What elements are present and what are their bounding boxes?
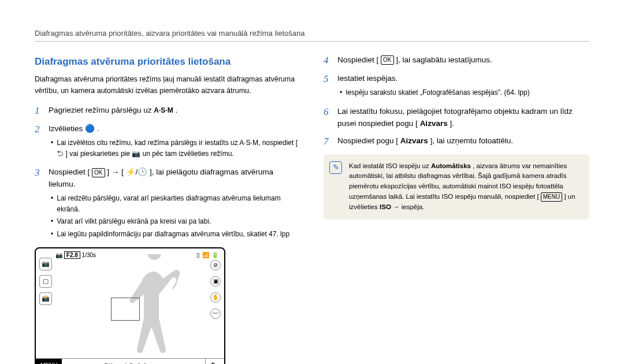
step6-bold: Aizvars [420, 119, 448, 128]
step-number: 1 [35, 105, 43, 117]
lcd-flash-off-icon: ⊘ [210, 260, 221, 270]
step6-text: Lai iestatītu fokusu, pielāgojiet fotogr… [337, 107, 573, 128]
step3-bullet: Lai redzētu pārslēgu, varat arī pieskart… [57, 193, 300, 214]
step-7: 7 Nospiediet pogu [ Aizvars ], lai uzņem… [324, 135, 589, 148]
menu-button-icon: MENU [541, 192, 562, 202]
lcd-fvalue: F2.8 [64, 251, 80, 259]
breadcrumb: Diafragmas atvēruma prioritātes, aizvara… [35, 29, 589, 42]
aperture-mode-icon: 🔵 [85, 123, 95, 135]
lcd-status-icons: ▯ 📶 🔋 [196, 251, 218, 260]
intro-text: Diafragmas atvēruma prioritātes režīms ļ… [35, 74, 300, 96]
info-note: ✎ Kad iestatāt ISO iespēju uz Automātisk… [324, 154, 589, 220]
step3-bullet: Varat arī vilkt pārslēgu ekrānā pa kreis… [57, 216, 211, 227]
bars-icon: 📶 [202, 251, 209, 260]
lcd-stabilizer-icon: ✋ [210, 292, 221, 303]
section-title: Diafragmas atvēruma prioritātes lietošan… [35, 54, 300, 69]
step5-text: Iestatiet iespējas. [337, 74, 398, 83]
step4-text: Nospiediet [ [337, 55, 378, 64]
aperture-indicator-icon: 📷 [55, 252, 62, 258]
mode-dial-icon: A·S·M [154, 105, 173, 116]
lcd-drive-icon: ▢ [39, 275, 52, 288]
battery-icon: 🔋 [211, 251, 218, 260]
lcd-metering-icon: ▣ [210, 276, 221, 287]
step5-bullet: Iespēju sarakstu skatiet „Fotografēšanas… [346, 87, 529, 98]
step-number: 2 [35, 123, 43, 161]
step-number: 7 [324, 135, 332, 148]
note-text: Kad iestatāt ISO iespēju uz [349, 162, 431, 169]
note-bold1: Automātisks [431, 162, 471, 169]
flash-timer-icon: ⚡/🕒 [126, 166, 148, 179]
step1-text-after: . [175, 106, 177, 114]
step-5: 5 Iestatiet iespējas. Iespēju sarakstu s… [324, 73, 589, 100]
step-1: 1 Pagrieziet režīmu pārslēgu uz A·S·M . [35, 105, 300, 117]
step2-text-after: . [97, 124, 99, 133]
lcd-menu-button: MENU [36, 359, 62, 364]
step-4: 4 Nospiediet [ OK ], lai saglabātu iesta… [324, 54, 589, 67]
step7-text: Nospiediet pogu [ [337, 136, 398, 145]
info-icon: ✎ [329, 161, 342, 174]
step-number: 3 [35, 166, 43, 241]
note-after: → iespēja. [393, 203, 424, 210]
right-column: 4 Nospiediet [ OK ], lai saglabātu iesta… [324, 54, 589, 364]
step-number: 6 [324, 106, 332, 130]
step3-text: Nospiediet [ [49, 168, 90, 176]
camera-lcd-preview: 📷 F2.8 1/30s ▯ 📶 🔋 📷 ▢ 📸 [35, 247, 225, 364]
step-number: 5 [324, 73, 332, 100]
lcd-fn-button: Fn [205, 359, 224, 364]
ok-button-icon: OK [381, 55, 393, 65]
step2-bullet: Lai izvēlētos citu režīmu, kad režīma pā… [57, 138, 300, 159]
step7-after: ], lai uzņemtu fotoattēlu. [430, 136, 513, 145]
ok-button-icon: OK [92, 168, 105, 177]
focus-frame-icon [111, 298, 140, 321]
step7-bold: Aizvars [400, 136, 428, 145]
memory-icon: ▯ [196, 251, 200, 260]
lcd-mode-icon: 📷 [39, 258, 52, 270]
step3-mid: ] → [ [107, 168, 124, 176]
left-column: Diafragmas atvēruma prioritātes lietošan… [35, 54, 300, 364]
step6-after: ]. [450, 119, 454, 128]
note-bold2: ISO [380, 203, 391, 210]
lcd-caption: OK: mainīt diafragmu [62, 359, 205, 364]
step-number: 4 [324, 54, 332, 67]
lcd-shutter: 1/30s [82, 252, 96, 258]
step4-after: ], lai saglabātu iestatījumus. [396, 55, 492, 64]
step2-text: Izvēlieties [49, 124, 85, 133]
step-6: 6 Lai iestatītu fokusu, pielāgojiet foto… [324, 106, 589, 130]
step1-text: Pagrieziet režīmu pārslēgu uz [49, 106, 154, 114]
step-3: 3 Nospiediet [ OK ] → [ ⚡/🕒 ], lai pielā… [35, 166, 300, 241]
lcd-self-icon: 📸 [39, 292, 52, 305]
lcd-wb-icon: 〰 [210, 309, 221, 319]
step3-bullet: Lai iegūtu papildinformāciju par diafrag… [57, 229, 289, 240]
step-2: 2 Izvēlieties 🔵 . Lai izvēlētos citu rež… [35, 123, 300, 161]
